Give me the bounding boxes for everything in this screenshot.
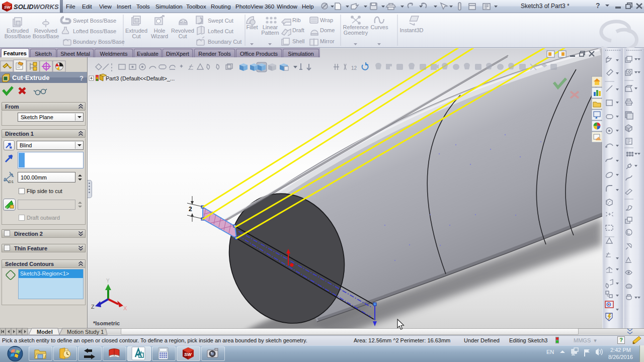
svg-text:Motion Study 1: Motion Study 1 [67,329,104,335]
svg-text:Z: Z [91,304,95,310]
svg-text:Sketch3 of Part3 *: Sketch3 of Part3 * [521,3,570,10]
svg-text:X: X [123,305,127,311]
svg-text:SW: SW [184,352,192,357]
svg-text:Cut-Extrude: Cut-Extrude [12,74,49,81]
svg-text:SW: SW [4,5,11,10]
svg-text:2: 2 [189,206,192,213]
svg-text:Y: Y [106,278,110,284]
svg-text:Part3 (Default<<Default>_...: Part3 (Default<<Default>_... [106,75,175,81]
svg-text:*Isometric: *Isometric [93,320,120,326]
svg-text:12: 12 [351,65,357,71]
svg-text:?: ? [79,74,84,82]
svg-text:Model: Model [37,329,53,335]
